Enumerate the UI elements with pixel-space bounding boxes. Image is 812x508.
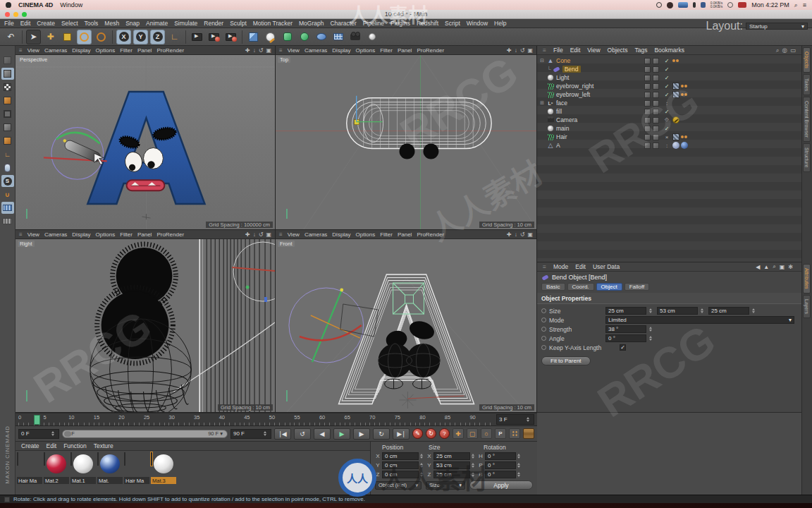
position-x-field[interactable]: 0 cm	[382, 452, 419, 460]
object-row[interactable]: Camera ⟐	[537, 116, 801, 124]
minimize-panel-icon[interactable]: ▭	[790, 47, 796, 54]
tab-content-browser[interactable]: Content Browser	[803, 97, 811, 142]
material-menu-item[interactable]: Texture	[94, 442, 113, 449]
viewport-menu-item[interactable]: Display	[72, 47, 90, 54]
creative-cloud-icon[interactable]	[667, 2, 673, 8]
viewport-menu-item[interactable]: Options	[96, 231, 116, 238]
start-frame-field[interactable]: 0 F	[18, 429, 59, 439]
viewport-menu-item[interactable]: Options	[96, 47, 116, 54]
mac-clock[interactable]: Mon 4:22 PM	[751, 1, 789, 8]
rotation-b-field[interactable]: 0 °	[485, 471, 516, 478]
points-mode-icon[interactable]	[1, 108, 14, 120]
deformer-icon[interactable]	[331, 30, 345, 44]
viewport-menu-item[interactable]: Options	[356, 47, 376, 54]
pan-icon[interactable]: ✚	[507, 47, 512, 54]
menu-item[interactable]: Script	[445, 20, 460, 27]
eye-icon[interactable]	[727, 2, 733, 8]
object-row[interactable]: eyebrow_right ✓	[537, 82, 801, 90]
notification-center-icon[interactable]: ≡	[803, 1, 806, 8]
bend-strength-field[interactable]: 38 °	[605, 325, 646, 333]
render-settings-icon[interactable]	[223, 30, 238, 44]
pan-icon[interactable]: ✚	[245, 231, 250, 238]
volume-icon[interactable]	[314, 30, 328, 44]
mac-app-name[interactable]: CINEMA 4D	[18, 1, 53, 8]
record-keyframe-button[interactable]: ✎	[412, 428, 423, 439]
object-row-selected[interactable]: └Bend ✓	[537, 65, 801, 73]
viewport-solo-icon[interactable]	[1, 162, 14, 174]
previous-frame-button[interactable]: ◀	[314, 428, 331, 440]
fit-to-parent-button[interactable]: Fit to Parent	[541, 356, 591, 365]
viewport-menu-item[interactable]: Options	[356, 231, 376, 238]
rotate-view-icon[interactable]: ↺	[259, 47, 264, 54]
material-item-selected[interactable]: Mat.3	[151, 453, 176, 484]
viewport-menu-item[interactable]: Cameras	[304, 231, 327, 238]
om-menu-item[interactable]: Bookmarks	[654, 47, 684, 54]
record-status-icon[interactable]	[656, 2, 662, 8]
panel-menu-icon[interactable]: ≡	[19, 47, 23, 54]
viewport-menu-item[interactable]: Display	[332, 47, 350, 54]
section-object-properties[interactable]: Object Properties	[537, 293, 801, 304]
end-frame-field[interactable]: 90 F	[230, 429, 271, 439]
material-menu-item[interactable]: Function	[63, 442, 87, 449]
viewport-menu-item[interactable]: Panel	[137, 231, 152, 238]
badge-icon[interactable]	[738, 2, 746, 8]
menu-item[interactable]: Motion Tracker	[253, 20, 293, 27]
rotate-view-icon[interactable]: ↺	[520, 47, 525, 54]
menu-item[interactable]: MoGraph	[299, 20, 324, 27]
tab-objects[interactable]: Objects	[803, 47, 811, 73]
axis-z-icon[interactable]: Z	[150, 30, 165, 44]
key-pla-toggle[interactable]	[509, 428, 520, 439]
bend-size-y-field[interactable]: 53 cm	[657, 307, 698, 315]
attr-menu-item[interactable]: Edit	[575, 263, 586, 270]
material-item[interactable]: Hair Ma	[17, 453, 42, 484]
om-menu-item[interactable]: View	[587, 47, 600, 54]
display-icon[interactable]	[678, 2, 688, 8]
bend-angle-field[interactable]: 0 °	[605, 334, 646, 342]
menu-item[interactable]: Character	[330, 20, 356, 27]
viewport-menu-item[interactable]: Panel	[137, 47, 152, 54]
zoom-icon[interactable]: ↓	[253, 231, 256, 238]
keep-y-axis-checkbox[interactable]: ✓	[620, 344, 626, 351]
workplane-snap-icon[interactable]	[1, 202, 14, 214]
object-row[interactable]: fill ✓	[537, 107, 801, 116]
spotlight-icon[interactable]: ⌕	[794, 1, 798, 9]
attr-menu-item[interactable]: Mode	[553, 263, 568, 270]
timeline-ruler[interactable]: 051015202530354045505560657075808590 3 F	[16, 413, 537, 426]
next-frame-button[interactable]: ▶	[353, 428, 370, 440]
viewport-menu-item[interactable]: View	[288, 231, 300, 238]
menu-item[interactable]: Simulate	[174, 20, 197, 27]
key-circle-icon[interactable]	[541, 327, 546, 332]
om-menu-item[interactable]: Objects	[608, 47, 628, 54]
apple-logo-icon[interactable]	[6, 2, 11, 8]
menu-item[interactable]: Tools	[85, 20, 99, 27]
key-circle-icon[interactable]	[541, 318, 546, 322]
render-picture-viewer-icon[interactable]	[207, 30, 221, 44]
viewport-menu-item[interactable]: ProRender	[417, 47, 444, 54]
object-row[interactable]: △A :	[537, 141, 801, 150]
size-x-field[interactable]: 25 cm	[433, 452, 470, 460]
menu-item[interactable]: Sculpt	[230, 20, 247, 27]
material-menu-item[interactable]: Create	[21, 442, 39, 449]
object-tree[interactable]: ⊟▲Cone ✓ └Bend ✓ Light ✓	[537, 55, 801, 262]
size-z-field[interactable]: 25 cm	[433, 471, 470, 478]
bend-size-x-field[interactable]: 25 cm	[605, 307, 646, 315]
rotate-view-icon[interactable]: ↺	[259, 231, 264, 238]
pan-icon[interactable]: ✚	[245, 47, 250, 54]
panel-menu-icon[interactable]: ≡	[543, 263, 546, 270]
tab-falloff[interactable]: Falloff	[625, 283, 650, 291]
toggle-view-icon[interactable]: ▣	[266, 47, 271, 54]
zoom-icon[interactable]: ↓	[515, 47, 517, 54]
live-selection-icon[interactable]: ➤	[26, 30, 41, 44]
material-item[interactable]: Mat.2	[44, 453, 69, 484]
mac-menu-window[interactable]: Window	[60, 1, 82, 8]
bend-mode-dropdown[interactable]: Limited▾	[605, 316, 794, 324]
subdivision-surface-icon[interactable]	[280, 30, 295, 44]
target-icon[interactable]: ◎	[782, 47, 787, 54]
camera-icon[interactable]	[347, 30, 362, 44]
menu-item[interactable]: Mesh	[104, 20, 119, 27]
menu-item[interactable]: Window	[467, 20, 488, 27]
key-rotation-toggle[interactable]: ○	[481, 428, 492, 439]
rotate-view-icon[interactable]: ↺	[520, 231, 525, 238]
zoom-icon[interactable]: ↓	[515, 231, 517, 238]
object-row[interactable]: eyebrow_left ✓	[537, 90, 801, 99]
